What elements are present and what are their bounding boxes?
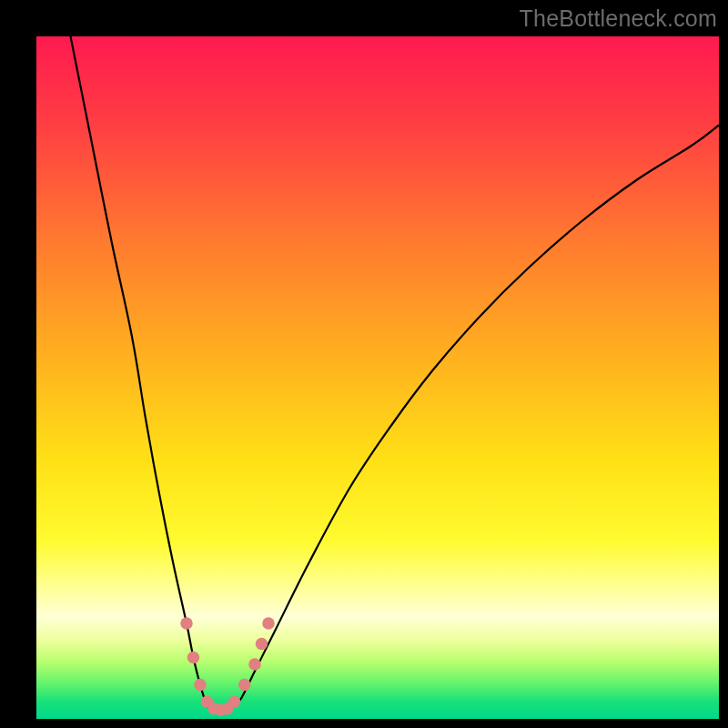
plot-svg bbox=[36, 36, 719, 719]
plot-area bbox=[36, 36, 719, 719]
marker-dot bbox=[228, 696, 241, 709]
watermark-text: TheBottleneck.com bbox=[520, 5, 717, 32]
marker-dot bbox=[194, 679, 207, 692]
marker-dot bbox=[248, 658, 261, 671]
marker-dot bbox=[238, 679, 251, 692]
chart-frame: TheBottleneck.com bbox=[0, 0, 728, 728]
marker-dot bbox=[256, 638, 268, 651]
marker-dot bbox=[262, 617, 275, 630]
marker-dot bbox=[180, 617, 193, 630]
marker-dot bbox=[187, 652, 200, 664]
